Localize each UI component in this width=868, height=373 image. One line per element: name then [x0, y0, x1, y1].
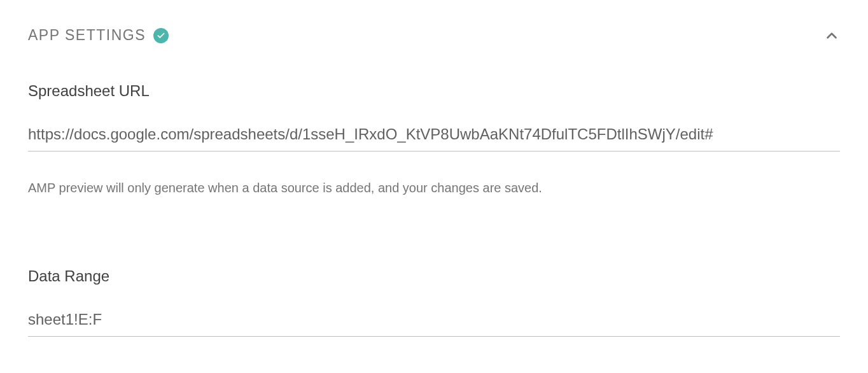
section-title: APP SETTINGS: [28, 27, 146, 44]
check-icon: [153, 28, 169, 43]
section-title-wrap: APP SETTINGS: [28, 27, 169, 44]
section-header[interactable]: APP SETTINGS: [28, 27, 840, 44]
spreadsheet-url-helper: AMP preview will only generate when a da…: [28, 178, 840, 197]
spreadsheet-url-input[interactable]: [28, 125, 840, 151]
data-range-label: Data Range: [28, 267, 840, 285]
spreadsheet-url-field: Spreadsheet URL AMP preview will only ge…: [28, 82, 840, 197]
chevron-up-icon[interactable]: [823, 27, 840, 44]
data-range-input[interactable]: [28, 311, 840, 337]
data-range-field: Data Range: [28, 267, 840, 337]
spreadsheet-url-label: Spreadsheet URL: [28, 82, 840, 100]
